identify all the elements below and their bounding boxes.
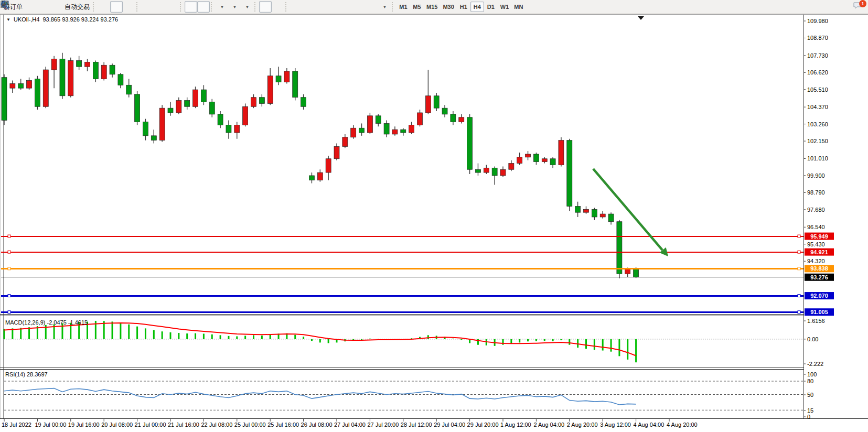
- horizontal-line-92.070[interactable]: 92.070: [1, 292, 834, 299]
- svg-text:19 Jul 16:00: 19 Jul 16:00: [68, 422, 100, 428]
- toolbar-grip: [93, 2, 97, 12]
- candlestick-series: [2, 53, 639, 278]
- toolbar-grip: [254, 2, 258, 12]
- text-tool-button[interactable]: A: [353, 1, 366, 13]
- svg-text:25 Jul 00:00: 25 Jul 00:00: [234, 422, 266, 428]
- rsi-panel: 1008050150: [4, 371, 817, 420]
- svg-text:109.980: 109.980: [807, 18, 828, 24]
- chevron-down-icon: ▼: [6, 17, 10, 22]
- candlestick-mode-button[interactable]: [110, 1, 123, 13]
- chart-canvas[interactable]: 95.94994.92193.83893.27692.07091.005109.…: [0, 0, 868, 432]
- trendline-tool-button[interactable]: [315, 1, 328, 13]
- chart-frames: [0, 15, 868, 419]
- tile-windows-button[interactable]: [166, 1, 179, 13]
- svg-text:94.320: 94.320: [807, 258, 825, 264]
- vertical-line-tool-button[interactable]: [290, 1, 303, 13]
- timeframe-button-M30[interactable]: M30: [440, 2, 456, 12]
- svg-text:26 Jul 08:00: 26 Jul 08:00: [301, 422, 333, 428]
- search-button[interactable]: [837, 1, 850, 13]
- arrows-tool-button[interactable]: ▼: [378, 1, 391, 13]
- svg-text:97.680: 97.680: [807, 207, 825, 213]
- svg-text:99.900: 99.900: [807, 172, 825, 179]
- timeframe-button-M5[interactable]: M5: [410, 2, 424, 12]
- timeframe-button-M15[interactable]: M15: [424, 2, 440, 12]
- dropdown-caret-icon: ▼: [245, 5, 250, 9]
- svg-text:0.00: 0.00: [807, 336, 818, 342]
- svg-text:95.430: 95.430: [807, 241, 825, 247]
- svg-text:106.620: 106.620: [807, 69, 828, 75]
- svg-text:95.949: 95.949: [810, 233, 828, 240]
- horizontal-line-93.838[interactable]: 93.838: [1, 265, 834, 272]
- timeframe-button-D1[interactable]: D1: [484, 2, 498, 12]
- notifications-button[interactable]: 1: [853, 1, 864, 13]
- chart-shift-marker[interactable]: [638, 16, 644, 20]
- zoom-in-button[interactable]: [141, 1, 154, 13]
- macd-indicator-label: MACD(12,26,9) -2.0475 -1.4615: [5, 319, 88, 326]
- time-axis[interactable]: 18 Jul 202219 Jul 00:0019 Jul 16:0020 Ju…: [2, 419, 698, 428]
- svg-text:18 Jul 2022: 18 Jul 2022: [2, 422, 31, 428]
- timeframe-button-M1[interactable]: M1: [397, 2, 410, 12]
- text-label-tool-button[interactable]: T: [366, 1, 378, 13]
- timeframe-button-W1[interactable]: W1: [498, 2, 512, 12]
- svg-text:21 Jul 00:00: 21 Jul 00:00: [135, 422, 166, 428]
- timeframe-button-MN[interactable]: MN: [511, 2, 526, 12]
- search-icon: [0, 0, 9, 9]
- symbol-timeframe-label: UKOil-,H4: [14, 16, 40, 23]
- svg-text:101.010: 101.010: [807, 155, 828, 161]
- timeframe-button-H1[interactable]: H1: [457, 2, 470, 12]
- svg-text:108.870: 108.870: [807, 35, 828, 41]
- horizontal-line-93.276[interactable]: 93.276: [1, 274, 834, 281]
- market-watch-icon[interactable]: [37, 1, 50, 13]
- equidistant-channel-tool-button[interactable]: E: [328, 1, 340, 13]
- main-toolbar: 新订单 自动交易: [0, 0, 868, 14]
- svg-text:2 Aug 20:00: 2 Aug 20:00: [567, 422, 598, 428]
- horizontal-line-94.921[interactable]: 94.921: [1, 249, 834, 256]
- svg-text:3 Aug 12:00: 3 Aug 12:00: [600, 422, 631, 428]
- horizontal-line-95.949[interactable]: 95.949: [1, 233, 834, 240]
- signals-icon[interactable]: [50, 1, 62, 13]
- horizontal-line-tool-button[interactable]: [303, 1, 315, 13]
- dropdown-caret-icon: ▼: [383, 5, 387, 9]
- svg-text:96.540: 96.540: [807, 224, 825, 230]
- zoom-out-button[interactable]: [154, 1, 166, 13]
- toolbar-grip: [136, 2, 140, 12]
- chart-legend: ▼ UKOil-,H4 93.865 93.926 93.224 93.276: [6, 16, 118, 23]
- svg-text:93.838: 93.838: [810, 265, 828, 272]
- svg-text:29 Jul 04:00: 29 Jul 04:00: [434, 422, 465, 428]
- ohlc-values: 93.865 93.926 93.224 93.276: [42, 16, 118, 23]
- price-axis[interactable]: 109.980108.870107.730106.620105.510104.3…: [803, 18, 828, 264]
- toolbar-grip: [285, 2, 289, 12]
- toolbar-grip: [392, 2, 395, 12]
- autotrading-button[interactable]: 自动交易: [62, 1, 92, 13]
- svg-text:22 Jul 08:00: 22 Jul 08:00: [201, 422, 232, 428]
- svg-text:15: 15: [807, 407, 813, 414]
- crosshair-tool-button[interactable]: [272, 1, 284, 13]
- gold-history-icon[interactable]: [25, 1, 37, 13]
- trend-arrow[interactable]: [593, 169, 668, 256]
- rsi-line: [4, 388, 636, 405]
- svg-text:2 Aug 04:00: 2 Aug 04:00: [533, 422, 564, 428]
- svg-text:4 Aug 20:00: 4 Aug 20:00: [667, 422, 698, 428]
- auto-scroll-button[interactable]: [185, 1, 197, 13]
- svg-text:91.005: 91.005: [810, 309, 828, 315]
- chart-shift-button[interactable]: [197, 1, 210, 13]
- svg-text:92.070: 92.070: [810, 293, 828, 299]
- bar-chart-mode-button[interactable]: [98, 1, 110, 13]
- fibonacci-tool-button[interactable]: F: [340, 1, 353, 13]
- line-chart-mode-button[interactable]: [123, 1, 135, 13]
- svg-text:29 Jul 20:00: 29 Jul 20:00: [467, 422, 499, 428]
- periods-button[interactable]: ▼: [228, 1, 241, 13]
- timeframe-button-H4[interactable]: H4: [470, 2, 484, 12]
- svg-text:50: 50: [807, 392, 813, 398]
- cursor-tool-button[interactable]: [259, 1, 272, 13]
- templates-button[interactable]: ▼: [241, 1, 253, 13]
- svg-text:21 Jul 16:00: 21 Jul 16:00: [168, 422, 199, 428]
- mt4-application-window: 新订单 自动交易: [0, 0, 868, 432]
- indicators-button[interactable]: ▼: [216, 1, 228, 13]
- toolbar-grip: [180, 2, 184, 12]
- timeframe-toolbar: M1M5M15M30H1H4D1W1MN: [397, 0, 526, 14]
- horizontal-line-91.005[interactable]: 91.005: [1, 308, 834, 316]
- macd-panel: 1.61560.00-2.222: [4, 318, 825, 367]
- notification-badge: 1: [859, 0, 866, 7]
- svg-text:20 Jul 08:00: 20 Jul 08:00: [101, 422, 133, 428]
